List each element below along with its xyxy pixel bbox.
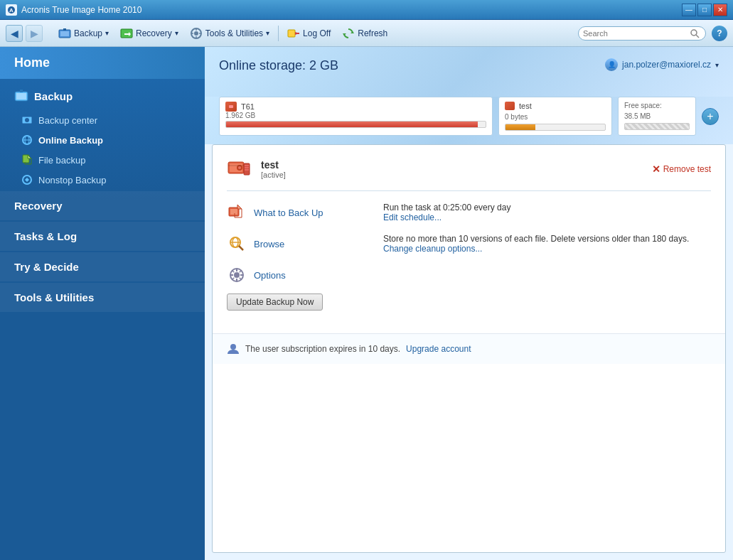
task-icon [227, 156, 252, 182]
sidebar-item-online-backup[interactable]: Online Backup [7, 130, 205, 150]
logoff-toolbar-icon [287, 27, 300, 40]
search-icon [690, 28, 700, 38]
browse-item[interactable]: Browse [227, 234, 355, 254]
edit-schedule-link[interactable]: Edit schedule... [383, 212, 711, 222]
file-backup-icon [21, 154, 33, 166]
test-storage-bar-fill [505, 124, 535, 130]
remove-task-label: Remove test [663, 164, 711, 174]
browse-svg [228, 235, 246, 253]
forward-button[interactable]: ▶ [26, 25, 43, 42]
search-box[interactable] [578, 26, 706, 41]
svg-point-44 [234, 272, 240, 278]
tools-toolbar-icon [190, 27, 203, 40]
search-input[interactable] [583, 29, 690, 38]
change-cleanup-link[interactable]: Change cleanup options... [383, 244, 711, 254]
options-label: Options [254, 270, 286, 281]
refresh-toolbar-label: Refresh [358, 28, 387, 38]
upgrade-account-link[interactable]: Upgrade account [406, 344, 471, 354]
browse-label: Browse [254, 239, 284, 249]
backup-toolbar-icon [58, 27, 71, 40]
title-bar-left: A Acronis True Image Home 2010 [6, 4, 141, 16]
close-button[interactable]: ✕ [713, 4, 727, 16]
backup-section-icon [14, 89, 28, 103]
test-storage-bar [505, 124, 606, 131]
sidebar-header-backup[interactable]: Backup [0, 82, 205, 110]
storage-item-t61: T61 1.962 GB [219, 97, 493, 136]
options-svg [228, 266, 246, 284]
svg-point-30 [238, 166, 241, 169]
svg-line-50 [240, 278, 242, 280]
what-to-backup-svg [228, 203, 246, 222]
backup-toolbar-btn[interactable]: Backup ▾ [54, 24, 113, 43]
recovery-toolbar-btn[interactable]: Recovery ▾ [116, 24, 183, 43]
sidebar-item-backup-center[interactable]: Backup center [7, 110, 205, 130]
remove-x-icon: ✕ [652, 163, 660, 175]
sidebar-backup-items: Backup center Online Backup [0, 110, 205, 190]
minimize-button[interactable]: — [682, 4, 696, 16]
svg-point-6 [194, 31, 198, 36]
sidebar-section-backup: Backup Backup center Online Ba [0, 82, 205, 190]
what-to-backup-label: What to Back Up [254, 208, 323, 218]
options-item[interactable]: Options [227, 265, 355, 285]
svg-line-49 [232, 271, 235, 273]
sidebar-home-label: Home [14, 55, 50, 70]
sidebar-tasks-label: Tasks & Log [14, 230, 77, 242]
refresh-toolbar-icon [342, 27, 355, 40]
sidebar-tools-label: Tools & Utilities [14, 291, 94, 303]
task-hdd-icon [227, 156, 252, 182]
options-icon [227, 265, 247, 285]
task-options: What to Back Up [227, 191, 711, 294]
update-backup-button[interactable]: Update Backup Now [227, 294, 323, 311]
subscription-notice: The user subscription expires in 10 days… [213, 333, 725, 364]
schedule-info: Run the task at 0:25:00 every day [383, 203, 711, 212]
sidebar-item-file-backup[interactable]: File backup [7, 150, 205, 170]
subscription-text: The user subscription expires in 10 days… [245, 344, 400, 354]
svg-rect-11 [288, 30, 295, 37]
sidebar-item-recovery[interactable]: Recovery [0, 191, 205, 220]
window-controls: — □ ✕ [682, 4, 727, 16]
what-to-back-up-item[interactable]: What to Back Up [227, 203, 355, 222]
add-storage-button[interactable]: + [702, 108, 719, 125]
storage-item-test: test 0 bytes [498, 97, 612, 136]
backup-task-header: test [active] ✕ Remove test [227, 156, 711, 191]
svg-rect-37 [230, 209, 237, 215]
freespace-label: Free space: [624, 102, 690, 109]
test-size: 0 bytes [505, 113, 606, 121]
recovery-chevron-icon: ▾ [175, 29, 178, 37]
remove-task-button[interactable]: ✕ Remove test [652, 163, 711, 175]
t61-size: 1.962 GB [225, 112, 486, 119]
svg-marker-25 [28, 155, 31, 158]
logoff-toolbar-btn[interactable]: Log Off [283, 24, 335, 43]
svg-rect-3 [60, 31, 69, 36]
user-avatar: 👤 [605, 58, 618, 71]
page-title: Online storage: 2 GB [219, 58, 338, 73]
cleanup-info: Store no more than 10 versions of each f… [383, 234, 711, 244]
tools-toolbar-btn[interactable]: Tools & Utilities ▾ [186, 24, 274, 43]
sidebar: Home Backup Backup center [0, 47, 205, 560]
app-icon: A [6, 4, 17, 16]
sidebar-nonstop-backup-label: Nonstop Backup [38, 175, 106, 185]
online-backup-icon [21, 134, 33, 146]
svg-line-42 [239, 246, 243, 250]
svg-marker-38 [237, 205, 242, 209]
sidebar-item-try-decide[interactable]: Try & Decide [0, 252, 205, 281]
maximize-button[interactable]: □ [697, 4, 712, 16]
sidebar-item-nonstop-backup[interactable]: Nonstop Backup [7, 170, 205, 190]
test-drive-icon [505, 102, 515, 110]
backup-chevron-icon: ▾ [105, 29, 109, 37]
task-options-right: Run the task at 0:25:00 every day Edit s… [383, 203, 711, 285]
freespace-bar [624, 123, 690, 130]
back-button[interactable]: ◀ [6, 25, 23, 42]
task-name-status: test [active] [261, 159, 286, 179]
sidebar-item-home[interactable]: Home [0, 47, 205, 79]
sidebar-try-decide-label: Try & Decide [14, 261, 79, 273]
sidebar-item-tools-utilities[interactable]: Tools & Utilities [0, 283, 205, 312]
svg-point-15 [691, 30, 697, 36]
svg-line-52 [240, 271, 242, 273]
app-title: Acronis True Image Home 2010 [21, 5, 141, 15]
what-to-backup-icon [227, 203, 247, 222]
help-button[interactable]: ? [712, 26, 727, 41]
sidebar-item-tasks-log[interactable]: Tasks & Log [0, 222, 205, 251]
refresh-toolbar-btn[interactable]: Refresh [338, 24, 392, 43]
user-info[interactable]: 👤 jan.polzer@maxiorel.cz ▾ [605, 58, 719, 71]
